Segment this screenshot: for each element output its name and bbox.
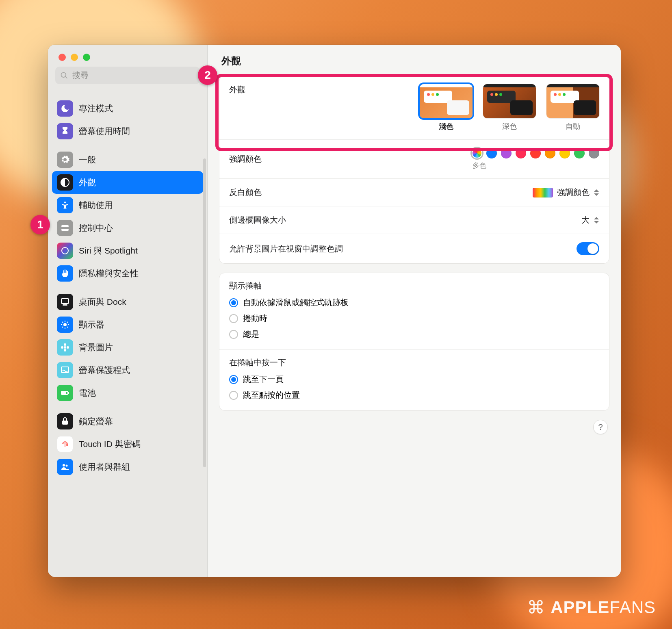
sidebar-item-label: Touch ID 與密碼 bbox=[79, 438, 141, 450]
appearance-option-light[interactable]: 淺色 bbox=[420, 84, 473, 131]
sidebar-item-focus[interactable]: 專注模式 bbox=[52, 97, 203, 120]
sidebar-list[interactable]: 專注模式 螢幕使用時間 一般 外觀 輔助使用 bbox=[48, 90, 207, 577]
minimize-window-button[interactable] bbox=[71, 54, 78, 61]
sidebar-item-lock-screen[interactable]: 鎖定螢幕 bbox=[52, 410, 203, 433]
contrast-icon bbox=[57, 174, 73, 191]
sidebar-item-label: 螢幕使用時間 bbox=[79, 126, 130, 137]
sidebar-item-label: 外觀 bbox=[79, 177, 96, 188]
window-controls bbox=[48, 45, 207, 67]
gear-icon bbox=[57, 152, 73, 168]
siri-icon bbox=[57, 243, 73, 259]
sidebar-item-displays[interactable]: 顯示器 bbox=[52, 313, 203, 336]
sidebar-item-label: Siri 與 Spotlight bbox=[79, 245, 138, 256]
radio-label: 跳至下一頁 bbox=[243, 374, 284, 385]
svg-line-14 bbox=[62, 327, 63, 328]
sidebar-icon-size-label: 側邊欄圖像大小 bbox=[229, 215, 286, 226]
svg-point-1 bbox=[64, 202, 66, 203]
sidebar-item-battery[interactable]: 電池 bbox=[52, 382, 203, 404]
annotation-badge-2: 2 bbox=[198, 65, 217, 85]
svg-point-19 bbox=[61, 346, 63, 349]
flower-icon bbox=[57, 339, 73, 356]
sidebar-item-privacy[interactable]: 隱私權與安全性 bbox=[52, 262, 203, 285]
hourglass-icon bbox=[57, 123, 73, 139]
radio-label: 捲動時 bbox=[243, 313, 267, 324]
lock-icon bbox=[57, 413, 73, 429]
fingerprint-icon bbox=[57, 436, 73, 452]
appearance-option-auto[interactable]: 自動 bbox=[546, 84, 599, 131]
sidebar-item-screen-time[interactable]: 螢幕使用時間 bbox=[52, 120, 203, 143]
sidebar-item-label: 使用者與群組 bbox=[79, 461, 130, 473]
content-pane: 外觀 外觀 淺色 深色 bbox=[208, 45, 621, 577]
sidebar-icon-size-value: 大 bbox=[581, 215, 590, 226]
radio-icon bbox=[229, 375, 238, 384]
wallpaper-tint-toggle[interactable] bbox=[577, 242, 599, 255]
sidebar-item-label: 專注模式 bbox=[79, 103, 113, 114]
watermark-light: FANS bbox=[609, 598, 656, 617]
zoom-window-button[interactable] bbox=[83, 54, 90, 61]
sidebar-scrollbar[interactable] bbox=[203, 158, 206, 467]
svg-rect-23 bbox=[68, 392, 69, 394]
accent-color-red[interactable] bbox=[530, 148, 541, 158]
sidebar: 專注模式 螢幕使用時間 一般 外觀 輔助使用 bbox=[48, 45, 208, 577]
appearance-option-label: 深色 bbox=[502, 121, 517, 131]
sun-icon bbox=[57, 317, 73, 333]
sidebar-item-touchid[interactable]: Touch ID 與密碼 bbox=[52, 433, 203, 455]
sidebar-item-appearance[interactable]: 外觀 bbox=[52, 171, 203, 194]
sidebar-item-control-center[interactable]: 控制中心 bbox=[52, 217, 203, 239]
scrollbar-option-when-scrolling[interactable]: 捲動時 bbox=[229, 310, 599, 326]
show-scrollbars-title: 顯示捲軸 bbox=[229, 280, 262, 291]
sidebar-item-siri-spotlight[interactable]: Siri 與 Spotlight bbox=[52, 239, 203, 262]
sidebar-item-accessibility[interactable]: 輔助使用 bbox=[52, 194, 203, 217]
sidebar-item-desktop-dock[interactable]: 桌面與 Dock bbox=[52, 291, 203, 313]
search-input[interactable] bbox=[72, 71, 195, 80]
watermark: ⌘ APPLEFANS bbox=[527, 597, 656, 618]
system-settings-window: 專注模式 螢幕使用時間 一般 外觀 輔助使用 bbox=[48, 45, 621, 577]
scrollbar-option-always[interactable]: 總是 bbox=[229, 326, 599, 342]
chevrons-icon bbox=[594, 189, 599, 196]
scrollbar-option-auto[interactable]: 自動依據滑鼠或觸控式軌跡板 bbox=[229, 295, 599, 310]
radio-icon bbox=[229, 298, 238, 307]
accent-color-graphite[interactable] bbox=[589, 148, 599, 158]
sidebar-item-wallpaper[interactable]: 背景圖片 bbox=[52, 336, 203, 359]
sidebar-item-label: 鎖定螢幕 bbox=[79, 416, 113, 427]
svg-rect-24 bbox=[62, 392, 66, 394]
svg-line-15 bbox=[67, 322, 68, 323]
accent-color-yellow[interactable] bbox=[559, 148, 570, 158]
highlight-color-value: 強調顏色 bbox=[557, 187, 590, 198]
scrollbar-click-option-jump-to-spot[interactable]: 跳至點按的位置 bbox=[229, 387, 599, 403]
sidebar-item-general[interactable]: 一般 bbox=[52, 148, 203, 171]
accent-color-blue[interactable] bbox=[486, 148, 497, 158]
appearance-option-dark[interactable]: 深色 bbox=[483, 84, 536, 131]
sidebar-item-label: 桌面與 Dock bbox=[79, 296, 126, 308]
scrollbar-click-option-next-page[interactable]: 跳至下一頁 bbox=[229, 371, 599, 387]
highlight-swatch-icon bbox=[533, 188, 553, 197]
sidebar-icon-size-select[interactable]: 大 bbox=[581, 215, 599, 226]
help-button[interactable]: ? bbox=[593, 420, 608, 434]
accent-color-multi[interactable] bbox=[472, 148, 482, 158]
svg-point-16 bbox=[64, 346, 66, 349]
battery-icon bbox=[57, 385, 73, 401]
accent-selected-label: 多色 bbox=[473, 161, 486, 170]
switches-icon bbox=[57, 220, 73, 236]
accent-color-pink[interactable] bbox=[516, 148, 526, 158]
svg-rect-5 bbox=[61, 299, 69, 304]
screensaver-icon bbox=[57, 362, 73, 378]
appearance-card: 外觀 淺色 深色 自動 bbox=[219, 76, 609, 264]
click-scrollbar-title: 在捲軸中按一下 bbox=[229, 357, 286, 368]
accent-color-picker bbox=[472, 148, 599, 158]
sidebar-item-users[interactable]: 使用者與群組 bbox=[52, 455, 203, 478]
sidebar-item-label: 顯示器 bbox=[79, 319, 104, 330]
scrollbar-card: 顯示捲軸 自動依據滑鼠或觸控式軌跡板 捲動時 總是 bbox=[219, 273, 609, 411]
highlight-color-select[interactable]: 強調顏色 bbox=[533, 187, 599, 198]
accent-color-green[interactable] bbox=[574, 148, 585, 158]
svg-point-27 bbox=[66, 465, 68, 467]
svg-line-13 bbox=[67, 327, 68, 328]
accent-color-label: 強調顏色 bbox=[229, 154, 262, 165]
accent-color-orange[interactable] bbox=[545, 148, 555, 158]
radio-label: 跳至點按的位置 bbox=[243, 390, 300, 401]
search-field[interactable] bbox=[55, 67, 200, 84]
sidebar-item-screensaver[interactable]: 螢幕保護程式 bbox=[52, 359, 203, 382]
users-icon bbox=[57, 459, 73, 475]
accent-color-purple[interactable] bbox=[501, 148, 512, 158]
close-window-button[interactable] bbox=[59, 54, 66, 61]
